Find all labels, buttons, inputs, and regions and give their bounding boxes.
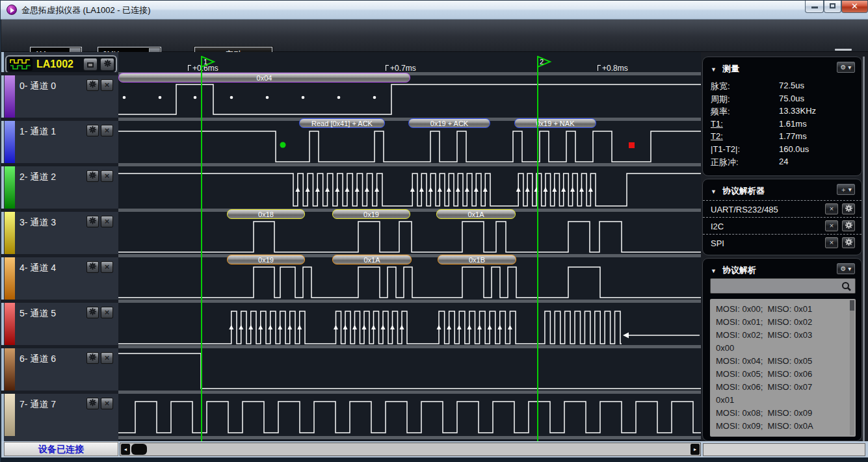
analyzer-settings-button[interactable] xyxy=(842,237,855,248)
analyzer-remove-button[interactable]: × xyxy=(825,220,838,231)
channel-color-strip xyxy=(5,303,15,345)
measure-value: 24 xyxy=(779,157,788,166)
channel-label: 3- 通道 3 xyxy=(20,217,56,229)
decode-settings-button[interactable]: ⚙ ▾ xyxy=(837,263,855,274)
channel-waveform xyxy=(118,303,701,348)
channel-settings-button[interactable] xyxy=(86,125,99,136)
measure-label[interactable]: T1: xyxy=(711,119,723,129)
channel-color-strip xyxy=(5,394,15,436)
analyzer-label: I2C xyxy=(711,222,724,231)
channel-close-button[interactable]: × xyxy=(101,307,113,318)
gear-icon xyxy=(88,216,97,225)
channel-close-button[interactable]: × xyxy=(101,125,113,136)
panel-scroll-strip[interactable] xyxy=(863,57,865,441)
channel-color-strip xyxy=(5,121,15,163)
analyzer-remove-button[interactable]: × xyxy=(825,203,838,214)
decode-row[interactable]: MOSI: 0x00; MISO: 0x01 xyxy=(716,304,812,314)
device-settings-button[interactable] xyxy=(100,58,114,71)
gear-icon xyxy=(845,221,853,229)
measure-label: 频率: xyxy=(711,106,730,118)
sidebar-separator xyxy=(1,345,118,348)
close-button[interactable]: ✕ xyxy=(841,1,868,13)
channel-close-button[interactable]: × xyxy=(101,261,113,273)
channel-settings-button[interactable] xyxy=(86,170,99,182)
device-name: LA1002 xyxy=(36,58,73,70)
gear-icon xyxy=(88,307,97,316)
horizontal-scrollbar[interactable]: ◂ ▸ xyxy=(120,443,701,456)
cursor-flag[interactable]: 1 xyxy=(201,56,217,68)
decode-scrollbar[interactable] xyxy=(850,300,854,435)
sidebar-separator xyxy=(1,254,118,257)
channel-close-button[interactable]: × xyxy=(101,79,113,91)
gear-icon xyxy=(103,59,112,68)
decode-row[interactable]: MOSI: 0x05; MISO: 0x06 xyxy=(716,369,812,379)
channel-settings-button[interactable] xyxy=(86,352,99,364)
decode-row[interactable]: MOSI: 0x09; MISO: 0x0A xyxy=(716,421,813,431)
channel-close-button[interactable]: × xyxy=(101,216,113,227)
decode-row[interactable]: MOSI: 0x06; MISO: 0x07 xyxy=(716,382,812,392)
search-icon xyxy=(841,281,852,292)
status-badge[interactable]: 设备已连接 xyxy=(4,442,118,456)
decode-scroll-thumb[interactable] xyxy=(850,300,854,311)
channel-settings-button[interactable] xyxy=(86,398,99,409)
channel-settings-button[interactable] xyxy=(86,261,99,273)
analyzer-settings-button[interactable] xyxy=(842,203,855,214)
waveform-logo-icon xyxy=(9,58,33,71)
wave-annotation: 0x1A xyxy=(332,255,412,264)
app-icon xyxy=(7,5,17,15)
add-analyzer-button[interactable]: ＋ ▾ xyxy=(837,184,855,195)
sidebar-separator xyxy=(1,72,118,75)
maximize-button[interactable] xyxy=(824,1,841,13)
minimize-button[interactable] xyxy=(805,1,824,13)
decode-row[interactable]: MOSI: 0x01; MISO: 0x02 xyxy=(716,317,812,327)
measure-value: 13.33KHz xyxy=(779,106,816,116)
channel-settings-button[interactable] xyxy=(86,216,99,227)
decode-row[interactable]: 0x01 xyxy=(716,395,734,405)
scroll-left-icon[interactable]: ◂ xyxy=(121,444,130,455)
channel-close-button[interactable]: × xyxy=(101,352,113,364)
device-display-button[interactable] xyxy=(83,58,98,71)
gear-icon xyxy=(845,238,853,246)
decode-row[interactable]: MOSI: 0x08; MISO: 0x09 xyxy=(716,408,812,418)
measure-value: 72.5us xyxy=(779,81,804,90)
app-window: 金思拓虚拟仪器 (LA1002 - 已连接) ✕ 1M ▼ @ 2MHz ▼ 启… xyxy=(0,0,868,462)
measure-value: 1.77ms xyxy=(779,131,807,141)
device-header: LA1002 xyxy=(5,55,117,73)
channel-settings-button[interactable] xyxy=(86,307,99,318)
decode-list[interactable]: MOSI: 0x00; MISO: 0x01MOSI: 0x01; MISO: … xyxy=(710,299,856,437)
channel-color-strip xyxy=(5,212,15,254)
cursor-flag[interactable]: 2 xyxy=(537,56,553,68)
analyzer-remove-button[interactable]: × xyxy=(825,237,838,248)
gear-icon: ⚙ xyxy=(841,64,847,71)
analyzer-item: SPI× xyxy=(703,234,861,251)
measure-label[interactable]: T2: xyxy=(711,131,723,141)
scroll-thumb[interactable] xyxy=(131,444,147,455)
svg-text:2: 2 xyxy=(540,58,544,66)
analyzer-item: I2C× xyxy=(703,217,861,234)
channel-waveform xyxy=(118,212,701,257)
analyzers-section: 协议解析器 ＋ ▾ UART/RS232/485×I2C×SPI× xyxy=(702,179,862,255)
cursor-line[interactable] xyxy=(201,56,202,441)
decode-row[interactable]: MOSI: 0x02; MISO: 0x03 xyxy=(716,330,812,340)
channel-row: 1- 通道 1× xyxy=(1,121,118,163)
wave-annotation: 0x04 xyxy=(118,73,410,83)
channel-row: 0- 通道 0× xyxy=(1,75,118,118)
title-bar: 金思拓虚拟仪器 (LA1002 - 已连接) ✕ xyxy=(1,1,868,19)
channel-waveform xyxy=(118,348,701,394)
measure-settings-button[interactable]: ⚙ ▾ xyxy=(837,62,855,73)
measure-value: 1.61ms xyxy=(779,119,807,129)
window-frame xyxy=(1,457,868,462)
cursor-line[interactable] xyxy=(537,56,538,441)
channel-settings-button[interactable] xyxy=(86,79,99,91)
analyzer-settings-button[interactable] xyxy=(842,220,855,231)
decode-row[interactable]: 0x00 xyxy=(716,343,734,353)
decode-section: 协议解析 ⚙ ▾ MOSI: 0x00; MISO: 0x01MOSI: 0x0… xyxy=(702,258,862,441)
channel-color-strip xyxy=(5,348,15,391)
gear-icon xyxy=(845,204,853,212)
scroll-right-icon[interactable]: ▸ xyxy=(690,444,700,455)
analyzer-item: UART/RS232/485× xyxy=(703,200,861,217)
search-input[interactable] xyxy=(710,278,856,294)
channel-close-button[interactable]: × xyxy=(101,170,113,182)
channel-close-button[interactable]: × xyxy=(101,398,113,409)
decode-row[interactable]: MOSI: 0x04; MISO: 0x05 xyxy=(716,356,812,366)
